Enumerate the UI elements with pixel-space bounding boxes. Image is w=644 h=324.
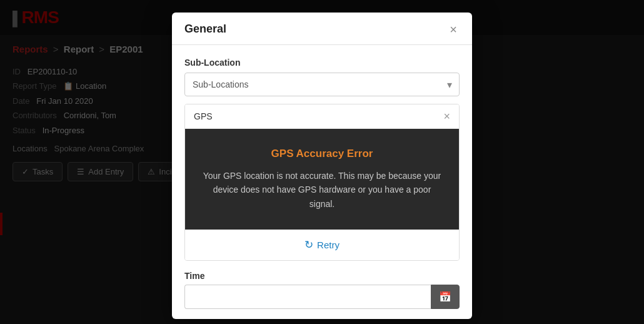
sub-location-label: Sub-Location bbox=[184, 58, 460, 68]
time-input-row: 📅 bbox=[184, 285, 460, 309]
retry-button[interactable]: ↻ Retry bbox=[304, 238, 340, 251]
gps-close-button[interactable]: × bbox=[443, 111, 450, 122]
time-picker-button[interactable]: 📅 bbox=[431, 285, 460, 309]
gps-header: GPS × bbox=[185, 104, 459, 129]
gps-retry-row: ↻ Retry bbox=[185, 230, 459, 260]
gps-error-box: GPS Accuracy Error Your GPS location is … bbox=[185, 129, 459, 230]
modal-header: General × bbox=[172, 13, 472, 45]
general-modal: General × Sub-Location Sub-Locations ▾ G… bbox=[172, 13, 472, 319]
gps-error-message: Your GPS location is not accurate. This … bbox=[200, 169, 444, 211]
retry-icon: ↻ bbox=[304, 238, 313, 251]
gps-section: GPS × GPS Accuracy Error Your GPS locati… bbox=[184, 104, 460, 261]
modal-title: General bbox=[184, 23, 226, 36]
modal-overlay: General × Sub-Location Sub-Locations ▾ G… bbox=[0, 0, 644, 324]
sub-location-select[interactable]: Sub-Locations bbox=[184, 73, 460, 96]
time-label: Time bbox=[184, 271, 460, 281]
gps-label: GPS bbox=[194, 111, 213, 121]
time-input[interactable] bbox=[184, 285, 431, 309]
modal-body: Sub-Location Sub-Locations ▾ GPS × GPS A… bbox=[172, 45, 472, 319]
gps-error-title: GPS Accuracy Error bbox=[200, 148, 444, 160]
sub-location-field: Sub-Location Sub-Locations ▾ bbox=[184, 58, 460, 96]
time-field: Time 📅 bbox=[184, 271, 460, 309]
sub-location-select-wrapper: Sub-Locations ▾ bbox=[184, 73, 460, 96]
modal-close-button[interactable]: × bbox=[447, 23, 460, 36]
retry-label: Retry bbox=[317, 240, 340, 250]
calendar-icon: 📅 bbox=[439, 291, 451, 302]
